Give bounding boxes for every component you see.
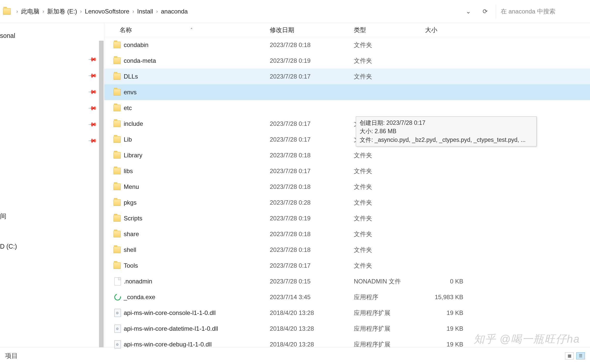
nav-group[interactable]: 间 [0, 212, 104, 220]
file-date: 2018/4/20 13:28 [270, 309, 354, 316]
file-type: 文件夹 [354, 72, 425, 81]
file-row[interactable]: .nonadmin2023/7/28 0:15NONADMIN 文件0 KB [104, 274, 590, 289]
folder-icon [114, 136, 121, 143]
file-row[interactable]: Menu2023/7/28 0:18文件夹 [104, 179, 590, 195]
file-date: 2023/7/28 0:28 [270, 199, 354, 206]
file-row[interactable]: Tools2023/7/28 0:17文件夹 [104, 258, 590, 274]
address-toolbar: › 此电脑 › 新加卷 (E:) › LenovoSoftstore › Ins… [0, 0, 590, 23]
file-row[interactable]: conda-meta2023/7/28 0:19文件夹 [104, 53, 590, 69]
file-name: api-ms-win-core-console-l1-1-0.dll [123, 309, 270, 316]
file-type: 文件夹 [354, 41, 425, 49]
file-name: api-ms-win-core-datetime-l1-1-0.dll [123, 325, 270, 332]
crumb-0[interactable]: 此电脑 [21, 7, 39, 16]
pin-icon: 📌 [88, 120, 97, 129]
file-row[interactable]: condabin2023/7/28 0:18文件夹 [104, 37, 590, 53]
crumb-3[interactable]: Install [137, 8, 153, 15]
file-date: 2023/7/28 0:19 [270, 215, 354, 222]
nav-pane[interactable]: sonal 📌 📌 📌 📌 📌 📌 间 D (C:) [0, 23, 104, 347]
file-date: 2023/7/28 0:18 [270, 41, 354, 49]
file-row[interactable]: envs [104, 84, 590, 100]
chevron-right-icon: › [80, 8, 82, 14]
file-row[interactable]: Library2023/7/28 0:18文件夹 [104, 147, 590, 163]
nav-pinned-item[interactable]: 📌 [0, 133, 104, 149]
file-date: 2023/7/28 0:17 [270, 120, 354, 127]
file-size: 0 KB [425, 278, 466, 285]
folder-icon [114, 105, 121, 111]
dll-icon [114, 325, 121, 333]
file-name: DLLs [123, 73, 270, 80]
file-name: Lib [123, 136, 270, 143]
tooltip-files: 文件: _asyncio.pyd, _bz2.pyd, _ctypes.pyd,… [360, 136, 533, 144]
folder-icon [114, 89, 121, 96]
header-date[interactable]: 修改日期 [270, 26, 354, 34]
nav-personal[interactable]: sonal [0, 32, 98, 39]
file-date: 2023/7/28 0:15 [270, 278, 354, 285]
view-details-button[interactable]: ☰ [576, 352, 585, 359]
file-row[interactable]: api-ms-win-core-datetime-l1-1-0.dll2018/… [104, 321, 590, 337]
nav-pinned-item[interactable]: 📌 [0, 51, 104, 68]
file-row[interactable]: _conda.exe2023/7/14 3:45应用程序15,983 KB [104, 289, 590, 305]
breadcrumb[interactable]: › 此电脑 › 新加卷 (E:) › LenovoSoftstore › Ins… [0, 7, 458, 16]
tooltip-created: 创建日期: 2023/7/28 0:17 [360, 119, 533, 127]
folder-icon [114, 73, 121, 80]
file-size: 19 KB [425, 325, 466, 332]
header-size[interactable]: 大小 [425, 26, 466, 34]
refresh-icon[interactable]: ⟳ [482, 8, 489, 15]
pin-icon: 📌 [88, 55, 97, 64]
folder-icon [114, 215, 121, 222]
file-size: 19 KB [425, 309, 466, 316]
file-list: 名称˄ 修改日期 类型 大小 condabin2023/7/28 0:18文件夹… [104, 23, 590, 347]
crumb-2[interactable]: LenovoSoftstore [85, 8, 129, 15]
folder-icon [114, 120, 121, 127]
crumb-1[interactable]: 新加卷 (E:) [47, 7, 77, 16]
file-date: 2023/7/28 0:17 [270, 168, 354, 175]
file-name: etc [123, 104, 270, 112]
file-row[interactable]: Scripts2023/7/28 0:19文件夹 [104, 210, 590, 226]
tooltip-size: 大小: 2.86 MB [360, 127, 533, 135]
file-name: share [123, 231, 270, 238]
nav-pinned-item[interactable]: 📌 [0, 84, 104, 100]
history-dropdown-icon[interactable]: ⌄ [465, 8, 472, 15]
header-type[interactable]: 类型 [354, 26, 425, 34]
search-box[interactable] [496, 4, 590, 19]
folder-icon [114, 262, 121, 269]
file-date: 2018/4/20 13:28 [270, 341, 354, 348]
search-input[interactable] [501, 8, 585, 15]
folder-icon [114, 42, 121, 48]
chevron-right-icon: › [16, 8, 18, 14]
file-size: 19 KB [425, 341, 466, 348]
file-row[interactable]: share2023/7/28 0:18文件夹 [104, 226, 590, 242]
file-name: conda-meta [123, 57, 270, 64]
crumb-4[interactable]: anaconda [161, 8, 188, 15]
nav-pinned-item[interactable]: 📌 [0, 116, 104, 133]
file-row[interactable]: api-ms-win-core-console-l1-1-0.dll2018/4… [104, 305, 590, 321]
view-thumbnails-button[interactable]: ▦ [565, 352, 574, 359]
file-row[interactable]: etc [104, 100, 590, 116]
status-bar: 项目 ▦ ☰ [0, 347, 590, 364]
pin-icon: 📌 [88, 136, 97, 145]
file-name: Menu [123, 183, 270, 190]
nav-pinned-item[interactable]: 📌 [0, 68, 104, 84]
pin-icon: 📌 [88, 103, 97, 113]
dll-icon [114, 309, 121, 317]
folder-icon [114, 168, 121, 174]
file-row[interactable]: shell2023/7/28 0:18文件夹 [104, 242, 590, 258]
file-type: 文件夹 [354, 262, 425, 270]
folder-icon [114, 199, 121, 206]
nav-pinned-item[interactable]: 📌 [0, 100, 104, 116]
file-row[interactable]: pkgs2023/7/28 0:28文件夹 [104, 195, 590, 210]
pin-icon: 📌 [88, 87, 97, 97]
folder-icon [114, 247, 121, 253]
file-date: 2023/7/28 0:18 [270, 152, 354, 159]
chevron-right-icon: › [132, 8, 134, 14]
header-name[interactable]: 名称˄ [120, 26, 270, 34]
folder-icon [114, 184, 121, 190]
file-size: 15,983 KB [425, 294, 466, 301]
file-name: libs [123, 168, 270, 175]
nav-drive-c[interactable]: D (C:) [0, 243, 104, 250]
file-row[interactable]: DLLs2023/7/28 0:17文件夹 [104, 69, 590, 84]
file-row[interactable]: libs2023/7/28 0:17文件夹 [104, 163, 590, 179]
file-name: Scripts [123, 215, 270, 222]
file-name: .nonadmin [123, 278, 270, 285]
file-type: 应用程序扩展 [354, 325, 425, 333]
